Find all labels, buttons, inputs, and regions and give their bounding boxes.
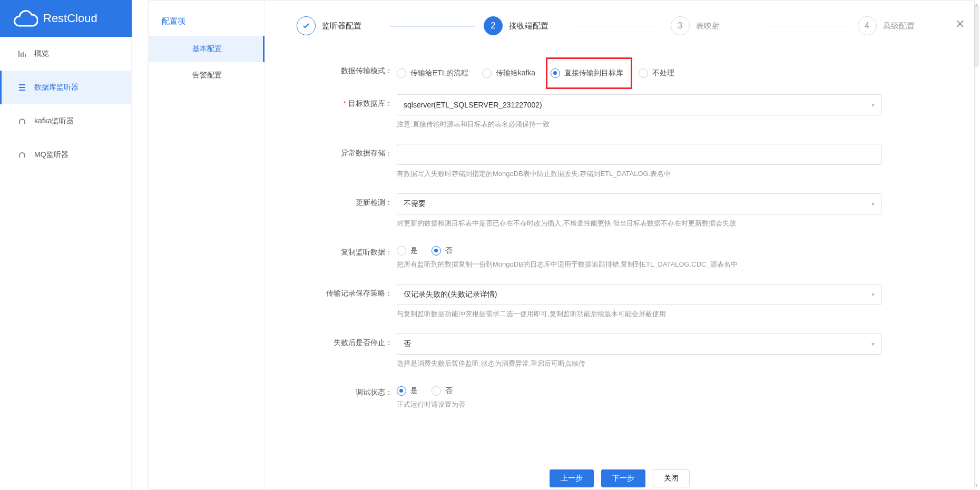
prev-button[interactable]: 上一步 bbox=[550, 469, 594, 487]
radio-dot-icon bbox=[397, 246, 406, 256]
help-debug-state: 正式运行时请设置为否 bbox=[397, 400, 881, 409]
row-copy-listen: 复制监听数据： 是 否 把所有监听到的数据复制一份到MongoDB的日志库中适用… bbox=[297, 243, 943, 269]
label-stop-on-fail: 失败后是否停止： bbox=[297, 334, 397, 348]
svg-rect-5 bbox=[19, 87, 25, 88]
radio-kafka[interactable]: 传输给kafka bbox=[482, 68, 535, 78]
row-debug-state: 调试状态： 是 否 正式运行时请设置为否 bbox=[297, 383, 943, 409]
tab-label: 基本配置 bbox=[192, 44, 222, 54]
radio-debug-no[interactable]: 否 bbox=[432, 386, 453, 396]
radio-copy-no[interactable]: 否 bbox=[432, 246, 453, 256]
step-number: 2 bbox=[484, 16, 503, 35]
row-error-store: 异常数据存储： 有数据写入失败时存储到指定的MongoDB表中防止数据丢失,存储… bbox=[297, 144, 943, 179]
help-stop-on-fail: 选择是消费失败后暂停监听,状态为消费异常,重启后可断点续传 bbox=[397, 359, 881, 368]
radio-dot-icon bbox=[639, 68, 648, 78]
radio-group-copy-listen: 是 否 bbox=[397, 243, 881, 256]
step-title: 接收端配置 bbox=[509, 21, 548, 31]
radio-label: 不处理 bbox=[652, 68, 674, 78]
radio-dot-icon bbox=[551, 68, 560, 78]
tab-alert-config[interactable]: 告警配置 bbox=[149, 62, 264, 89]
step-receiver-config[interactable]: 2 接收端配置 bbox=[484, 16, 569, 35]
help-update-check: 对更新的数据检测目标表中是否已存在不存时改为插入,不检查性能更快,但当目标表数据… bbox=[397, 219, 881, 228]
radio-dot-icon bbox=[432, 386, 441, 396]
radio-dot-icon bbox=[397, 386, 406, 396]
nav-item-overview[interactable]: 概览 bbox=[0, 37, 131, 71]
radio-label: 直接传输到目标库 bbox=[564, 68, 623, 78]
label-debug-state: 调试状态： bbox=[297, 383, 397, 397]
next-button[interactable]: 下一步 bbox=[601, 469, 645, 487]
radio-group-transfer-mode: 传输给ETL的流程 传输给kafka 直接传输到目标库 不 bbox=[397, 62, 881, 80]
step-listener-config[interactable]: 监听器配置 bbox=[297, 16, 381, 35]
nav-label: MQ监听器 bbox=[34, 150, 68, 160]
step-advanced-config[interactable]: 4 高级配置 bbox=[858, 16, 943, 35]
chevron-down-icon: ▾ bbox=[871, 200, 875, 208]
select-value: sqlserver(ETL_SQLSERVER_231227002) bbox=[404, 101, 542, 109]
select-stop-on-fail[interactable]: 否 ▾ bbox=[397, 334, 881, 355]
chevron-down-icon: ▾ bbox=[871, 101, 875, 109]
step-number: 3 bbox=[671, 16, 690, 35]
step-title: 监听器配置 bbox=[322, 21, 361, 31]
nav-item-kafka-listener[interactable]: kafka监听器 bbox=[0, 104, 131, 138]
radio-direct-target[interactable]: 直接传输到目标库 bbox=[551, 68, 623, 78]
scrollbar-thumb[interactable] bbox=[974, 4, 979, 67]
radio-label: 是 bbox=[410, 386, 418, 396]
row-stop-on-fail: 失败后是否停止： 否 ▾ 选择是消费失败后暂停监听,状态为消费异常,重启后可断点… bbox=[297, 334, 943, 368]
step-connector bbox=[577, 26, 662, 26]
svg-rect-4 bbox=[19, 84, 25, 85]
svg-rect-3 bbox=[25, 54, 26, 57]
scroll-down-icon[interactable]: ▾ bbox=[974, 483, 979, 488]
cloud-icon bbox=[13, 9, 38, 27]
scrollbar[interactable]: ▴ ▾ bbox=[974, 3, 979, 487]
svg-rect-6 bbox=[19, 90, 25, 91]
select-target-db[interactable]: sqlserver(ETL_SQLSERVER_231227002) ▾ bbox=[397, 94, 881, 115]
radio-debug-yes[interactable]: 是 bbox=[397, 386, 418, 396]
config-modal: ✕ 配置项 基本配置 告警配置 监听器配置 2 接收端配置 bbox=[149, 0, 975, 490]
step-connector bbox=[764, 26, 849, 26]
modal-sidebar: 配置项 基本配置 告警配置 bbox=[149, 1, 265, 489]
nav-label: kafka监听器 bbox=[34, 116, 74, 126]
label-target-db: *目标数据库： bbox=[297, 94, 397, 109]
headset-icon bbox=[17, 116, 27, 126]
help-copy-listen: 把所有监听到的数据复制一份到MongoDB的日志库中适用于数据追踪排错,复制到E… bbox=[397, 260, 881, 269]
step-title: 高级配置 bbox=[883, 21, 915, 31]
input-error-store[interactable] bbox=[397, 144, 881, 165]
left-sidebar: 概览 数据库监听器 kafka监听器 MQ监听器 bbox=[0, 37, 132, 490]
help-target-db: 注意:直接传输时源表和目标表的表名必须保持一致 bbox=[397, 120, 881, 129]
headset-icon bbox=[17, 150, 27, 160]
modal-footer: 上一步 下一步 关闭 bbox=[265, 468, 974, 489]
row-record-policy: 传输记录保存策略： 仅记录失败的(失败记录详情) ▾ 与复制监听数据功能冲突根据… bbox=[297, 284, 943, 319]
select-value: 仅记录失败的(失败记录详情) bbox=[404, 290, 497, 299]
help-error-store: 有数据写入失败时存储到指定的MongoDB表中防止数据丢失,存储到ETL_DAT… bbox=[397, 169, 881, 179]
logo: RestCloud bbox=[13, 9, 97, 27]
radio-label: 传输给ETL的流程 bbox=[410, 68, 468, 78]
close-button[interactable]: 关闭 bbox=[653, 469, 690, 487]
bars-icon bbox=[17, 49, 27, 58]
brand-text: RestCloud bbox=[43, 12, 97, 25]
select-update-check[interactable]: 不需要 ▾ bbox=[397, 193, 881, 214]
highlight-box: 直接传输到目标库 bbox=[546, 57, 632, 89]
label-transfer-mode: 数据传输模式： bbox=[297, 62, 397, 76]
radio-label: 否 bbox=[445, 386, 453, 396]
label-text: 目标数据库： bbox=[348, 99, 393, 107]
tab-basic-config[interactable]: 基本配置 bbox=[149, 36, 264, 62]
label-update-check: 更新检测： bbox=[297, 193, 397, 208]
nav-item-db-listener[interactable]: 数据库监听器 bbox=[0, 71, 131, 104]
radio-no-process[interactable]: 不处理 bbox=[639, 68, 674, 78]
nav-item-mq-listener[interactable]: MQ监听器 bbox=[0, 138, 131, 172]
radio-group-debug-state: 是 否 bbox=[397, 383, 881, 396]
radio-dot-icon bbox=[482, 68, 492, 78]
select-value: 否 bbox=[404, 339, 411, 349]
check-icon bbox=[297, 16, 316, 35]
radio-dot-icon bbox=[397, 68, 406, 78]
radio-etl-process[interactable]: 传输给ETL的流程 bbox=[397, 68, 468, 78]
radio-label: 否 bbox=[445, 246, 453, 256]
step-table-mapping[interactable]: 3 表映射 bbox=[671, 16, 756, 35]
steps-bar: 监听器配置 2 接收端配置 3 表映射 4 高级配置 bbox=[297, 16, 943, 35]
nav-label: 概览 bbox=[34, 49, 49, 58]
row-target-db: *目标数据库： sqlserver(ETL_SQLSERVER_23122700… bbox=[297, 94, 943, 129]
nav-label: 数据库监听器 bbox=[34, 83, 79, 92]
radio-copy-yes[interactable]: 是 bbox=[397, 246, 418, 256]
step-number: 4 bbox=[858, 16, 877, 35]
select-value: 不需要 bbox=[404, 199, 426, 209]
app-header: RestCloud bbox=[0, 0, 132, 37]
select-record-policy[interactable]: 仅记录失败的(失败记录详情) ▾ bbox=[397, 284, 881, 305]
